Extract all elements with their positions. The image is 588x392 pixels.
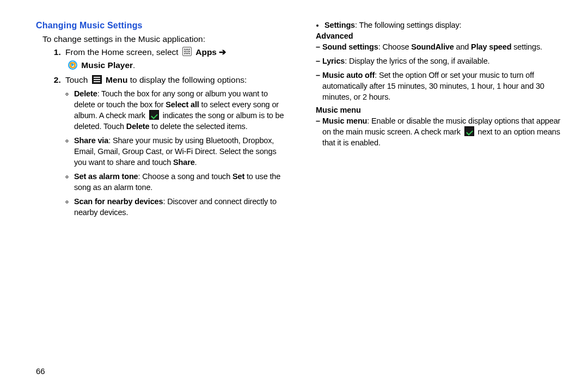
soundalive-label: SoundAlive [411, 42, 454, 51]
adv-lyrics-lead: Lyrics [322, 57, 345, 65]
adv-sound-t1: : Choose [378, 42, 412, 51]
step-2-text-b: to display the following options: [130, 75, 247, 84]
adv-music-auto-off: Music auto off: Set the option Off or se… [316, 70, 561, 102]
option-alarm-t1: : Choose a song and touch [138, 172, 232, 181]
delete-label-2: Delete [126, 122, 150, 131]
menu-icon [92, 75, 102, 84]
adv-sound-t2: and [454, 42, 471, 51]
check-icon [149, 110, 159, 120]
adv-lyrics: Lyrics: Display the lyrics of the song, … [316, 56, 561, 66]
mm-music-menu: Music menu: Enable or disable the music … [316, 115, 561, 148]
set-label: Set [232, 172, 244, 181]
intro-text: To change settings in the Music applicat… [42, 34, 289, 44]
settings-label: Settings [324, 21, 355, 29]
adv-sound-t3: settings. [511, 42, 542, 51]
settings-lead-list: Settings: The following settings display… [308, 21, 561, 29]
music-player-icon [68, 60, 77, 70]
option-share-via: Share via: Share your music by using Blu… [74, 135, 289, 168]
option-alarm-tone: Set as alarm tone: Choose a song and tou… [74, 171, 289, 193]
menu-label: Menu [106, 75, 127, 84]
steps-list: From the Home screen, select Apps ➔ Musi… [47, 46, 289, 218]
adv-auto-off-lead: Music auto off [322, 71, 375, 79]
option-delete: Delete: Touch the box for any song or al… [74, 88, 289, 132]
apps-icon [182, 47, 192, 56]
right-column: Settings: The following settings display… [308, 21, 561, 221]
adv-sound-lead: Sound settings [322, 42, 378, 51]
step-1: From the Home screen, select Apps ➔ Musi… [63, 46, 289, 72]
apps-label: Apps [195, 47, 217, 57]
advanced-list: Sound settings: Choose SoundAlive and Pl… [308, 41, 561, 102]
check-icon [464, 126, 474, 136]
option-delete-lead: Delete [74, 89, 97, 98]
option-share-t2: . [195, 158, 197, 167]
music-menu-list: Music menu: Enable or disable the music … [308, 115, 561, 148]
music-menu-heading: Music menu [316, 106, 561, 114]
period: . [133, 60, 135, 70]
settings-lead: Settings: The following settings display… [324, 21, 561, 29]
options-list: Delete: Touch the box for any song or al… [65, 88, 289, 218]
select-all-label: Select all [166, 100, 199, 109]
option-scan-lead: Scan for nearby devices [74, 197, 163, 206]
adv-sound-settings: Sound settings: Choose SoundAlive and Pl… [316, 41, 561, 52]
playspeed-label: Play speed [471, 42, 511, 51]
left-column: Changing Music Settings To change settin… [36, 21, 289, 221]
step-2-text-a: Touch [65, 75, 90, 84]
settings-text: : The following settings display: [355, 21, 461, 29]
manual-page: Changing Music Settings To change settin… [0, 0, 588, 221]
adv-lyrics-t1: : Display the lyrics of the song, if ava… [345, 57, 489, 65]
option-share-lead: Share via [74, 136, 108, 145]
page-number: 66 [36, 366, 45, 376]
option-delete-t4: to delete the selected items. [149, 122, 247, 131]
step-1-line2: Music Player. [66, 59, 289, 71]
arrow-icon: ➔ [219, 47, 226, 57]
mm-lead: Music menu [322, 117, 367, 125]
option-scan-nearby: Scan for nearby devices: Discover and co… [74, 196, 289, 218]
music-player-label: Music Player [81, 60, 133, 70]
step-2: Touch Menu to display the following opti… [63, 74, 289, 218]
option-alarm-lead: Set as alarm tone [74, 172, 138, 181]
step-1-text: From the Home screen, select [65, 47, 181, 57]
advanced-heading: Advanced [316, 32, 561, 40]
section-heading: Changing Music Settings [36, 21, 289, 30]
share-label: Share [173, 158, 195, 167]
